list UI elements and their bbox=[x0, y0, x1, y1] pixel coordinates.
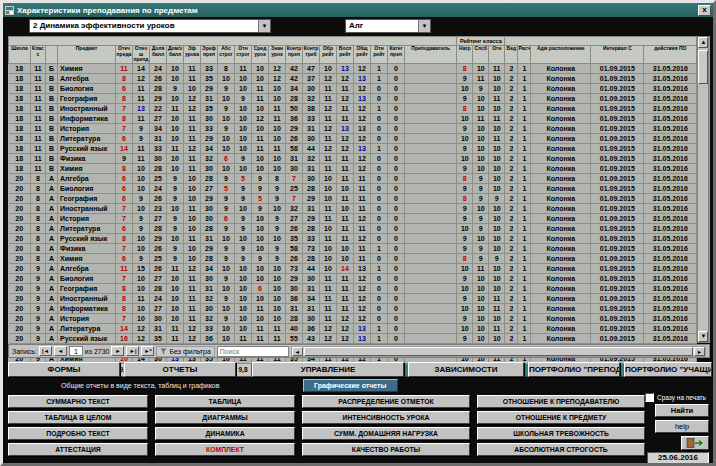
graphic-reports-right-button-2[interactable]: ОТНОШЕНИЕ К ПРЕДМЕТУ bbox=[477, 411, 645, 424]
general-reports-label: Общие отчеты в виде текста, таблиц и гра… bbox=[61, 382, 219, 389]
scroll-left-icon[interactable]: ◄ bbox=[292, 347, 303, 356]
summary-text-reports-button-3[interactable]: ПОДРОБНО ТЕКСТ bbox=[8, 427, 148, 440]
first-record-button[interactable]: |◄ bbox=[39, 346, 52, 356]
table-reports-button-2[interactable]: ДИАГРАММЫ bbox=[155, 411, 295, 424]
record-total: из 2730 bbox=[85, 348, 110, 355]
next-record-button[interactable]: ► bbox=[111, 346, 124, 356]
find-button[interactable]: Найти bbox=[655, 404, 709, 417]
scroll-down-icon[interactable]: ▼ bbox=[698, 331, 708, 342]
table-row[interactable]: 209АЛитература14123111123310101111403612… bbox=[9, 323, 697, 333]
graphic-reports-left-button-1[interactable]: РАСПРЕДЕЛЕНИЕ ОТМЕТОК bbox=[302, 395, 470, 408]
window-title: Характеристики преподавания по предметам bbox=[17, 6, 198, 15]
summary-text-reports-button-2[interactable]: ТАБЛИЦА В ЦЕЛОМ bbox=[8, 411, 148, 424]
main-button-row: ФОРМЫОТЧЕТЫУПРАВЛЕНИЕЗАВИСИМОСТИПОРТФОЛИ… bbox=[8, 362, 714, 377]
record-label: Запись: bbox=[12, 348, 37, 355]
table-row[interactable]: 209АИностранный8112410113291010103634111… bbox=[9, 293, 697, 303]
subject-selector[interactable]: Алг ▼ bbox=[345, 19, 431, 33]
scroll-right-icon[interactable]: ► bbox=[694, 347, 705, 356]
table-row[interactable]: 209АГеография810281011311010610303111111… bbox=[9, 283, 697, 293]
table-reports-button-3[interactable]: ДИНАМИКА bbox=[155, 427, 295, 440]
table-row[interactable]: 1811ВИностранный713221112359101011503812… bbox=[9, 103, 697, 113]
table-row[interactable]: 208АРусский язык810291011311010101035331… bbox=[9, 233, 697, 243]
last-record-button[interactable]: ►| bbox=[126, 346, 139, 356]
vertical-scrollbar[interactable]: ▲ ▼ bbox=[697, 36, 709, 343]
table-reports-button-4[interactable]: КОМПЛЕКТ bbox=[155, 443, 295, 456]
graphic-reports-label: Графические отчеты bbox=[303, 379, 398, 392]
table-row[interactable]: 1811ВИстория7934101133910101029311213130… bbox=[9, 123, 697, 133]
print-option: Сразу на печать bbox=[645, 393, 706, 402]
app-icon bbox=[5, 6, 14, 15]
filter-label: Без фильтра bbox=[169, 348, 210, 355]
print-checkbox-label: Сразу на печать bbox=[657, 394, 706, 401]
table-reports-button-1[interactable]: ТАБЛИЦА bbox=[155, 395, 295, 408]
funnel-icon bbox=[160, 348, 167, 355]
filter-button[interactable]: Без фильтра bbox=[156, 346, 214, 357]
chevron-down-icon[interactable]: ▼ bbox=[258, 20, 270, 32]
table-row[interactable]: 208АГеография692691029995972910111100899… bbox=[9, 193, 697, 203]
table-row[interactable]: 1811БХимия111424101133811101242471013121… bbox=[9, 63, 697, 73]
scrollbar-track[interactable] bbox=[698, 48, 708, 331]
table-row[interactable]: 208АИностранный7102310113091091032311110… bbox=[9, 203, 697, 213]
management-button[interactable]: УПРАВЛЕНИЕ bbox=[252, 362, 404, 377]
current-date: 25.06.2016 bbox=[647, 452, 709, 464]
reports-button[interactable]: ОТЧЕТЫ bbox=[124, 362, 236, 377]
graphic-reports-left-button-4[interactable]: КАЧЕСТВО РАБОТЫ bbox=[302, 443, 470, 456]
table-row[interactable]: 1811ВИнформатика811271011301010121136331… bbox=[9, 113, 697, 123]
graphic-reports-right-button-3[interactable]: ШКОЛЬНАЯ ТРЕВОЖНОСТЬ bbox=[477, 427, 645, 440]
exit-button[interactable] bbox=[681, 436, 709, 450]
table-row[interactable]: 208АИстория79279103069109272911111200991… bbox=[9, 213, 697, 223]
toolbar: 2 Динамика эффективности уроков ▼ Алг ▼ bbox=[3, 17, 713, 36]
hscrollbar-thumb[interactable] bbox=[304, 347, 693, 356]
exit-icon bbox=[686, 438, 704, 448]
graphic-reports-right-button-1[interactable]: ОТНОШЕНИЕ К ПРЕПОДАВАТЕЛЮ bbox=[477, 395, 645, 408]
table-row[interactable]: 1811ВРусский язык14113311123410101111584… bbox=[9, 143, 697, 153]
app-window: Характеристики преподавания по предметам… bbox=[0, 0, 716, 466]
column-headers[interactable]: ШколаКлассПредметОтеч предаОтнош препдДо… bbox=[9, 46, 697, 64]
graphic-reports-right-button-4[interactable]: АБСОЛЮТНАЯ СТРОГОСТЬ bbox=[477, 443, 645, 456]
help-button[interactable]: help bbox=[655, 420, 709, 433]
table-row[interactable]: 208ААлгебра61025910289598730101111008910… bbox=[9, 173, 697, 183]
chevron-down-icon[interactable]: ▼ bbox=[418, 20, 430, 32]
scrollbar-thumb[interactable] bbox=[698, 50, 708, 84]
summary-text-reports-button-1[interactable]: СУММАРНО ТЕКСТ bbox=[8, 395, 148, 408]
table-row[interactable]: 208АЛитература69289102899109262810111100… bbox=[9, 223, 697, 233]
portfolio-teachers-button[interactable]: ПОРТФОЛИО "ПРЕПОДАВАТЕЛИ" bbox=[528, 362, 620, 377]
scroll-up-icon[interactable]: ▲ bbox=[698, 37, 708, 48]
horizontal-scrollbar[interactable]: ◄ ► bbox=[291, 346, 706, 357]
summary-text-reports-button-4[interactable]: АТТЕСТАЦИЯ bbox=[8, 443, 148, 456]
graphic-reports-left-button-3[interactable]: СУММ. ДОМАШНЯЯ НАГРУЗКА bbox=[302, 427, 470, 440]
search-input[interactable] bbox=[217, 346, 289, 357]
table-row[interactable]: 208АФизика710269102999109587310101110991… bbox=[9, 243, 697, 253]
table-row[interactable]: 1811ВЛитература6931101129101011102630111… bbox=[9, 133, 697, 143]
table-row[interactable]: 1811ВХимия810281011301010101030311111120… bbox=[9, 163, 697, 173]
table-row[interactable]: 209АБиология7102710113091010102930111112… bbox=[9, 273, 697, 283]
report-button-grid: СУММАРНО ТЕКСТТАБЛИЦА В ЦЕЛОМПОДРОБНО ТЕ… bbox=[8, 395, 645, 456]
data-grid[interactable]: Рейтинг классаШколаКлассПредметОтеч пред… bbox=[8, 36, 697, 377]
view-selector-value: 2 Динамика эффективности уроков bbox=[30, 20, 258, 32]
table-row[interactable]: 209АРусский язык161235111236101111115543… bbox=[9, 333, 697, 343]
subject-selector-value: Алг bbox=[346, 20, 418, 32]
table-row[interactable]: 209ААлгебра11152611123410101010734410141… bbox=[9, 263, 697, 273]
print-checkbox[interactable] bbox=[645, 393, 654, 402]
view-selector[interactable]: 2 Динамика эффективности уроков ▼ bbox=[29, 19, 271, 33]
data-grid-area: Рейтинг классаШколаКлассПредметОтеч пред… bbox=[8, 36, 710, 343]
portfolio-students-button[interactable]: ПОРТФОЛИО "УЧАЩИЕСЯ" bbox=[624, 362, 712, 377]
table-row[interactable]: 1811ВГеография81129101231109111028321112… bbox=[9, 93, 697, 103]
table-row[interactable]: 208АХимия692591028999926281010110089921К… bbox=[9, 253, 697, 263]
table-row[interactable]: 208АБиология6102491027599925281010110099… bbox=[9, 183, 697, 193]
close-button[interactable]: x bbox=[698, 5, 711, 16]
table-row[interactable]: 1811ВАлгебра8122610113510101012423712121… bbox=[9, 73, 697, 83]
record-position[interactable]: 1 bbox=[69, 346, 83, 356]
record-navigator: Запись: |◄ ◄ 1 из 2730 ► ►| ►* Без фильт… bbox=[8, 344, 710, 358]
previous-record-button[interactable]: ◄ bbox=[54, 346, 67, 356]
forms-button[interactable]: ФОРМЫ bbox=[8, 362, 120, 377]
graphic-reports-left-button-2[interactable]: ИНТЕНСИВНОСТЬ УРОКА bbox=[302, 411, 470, 424]
table-row[interactable]: 209АИнформатика8102710113010101110313111… bbox=[9, 303, 697, 313]
dependencies-button[interactable]: ЗАВИСИМОСТИ bbox=[408, 362, 524, 377]
new-record-button[interactable]: ►* bbox=[141, 346, 154, 356]
table-row[interactable]: 209АИстория71030101132910101028301112120… bbox=[9, 313, 697, 323]
titlebar: Характеристики преподавания по предметам… bbox=[3, 3, 713, 17]
table-row[interactable]: 1811ВБиология611289102991011103430111112… bbox=[9, 83, 697, 93]
table-row[interactable]: 1811ВФизика91130101132691010313211111200… bbox=[9, 153, 697, 163]
